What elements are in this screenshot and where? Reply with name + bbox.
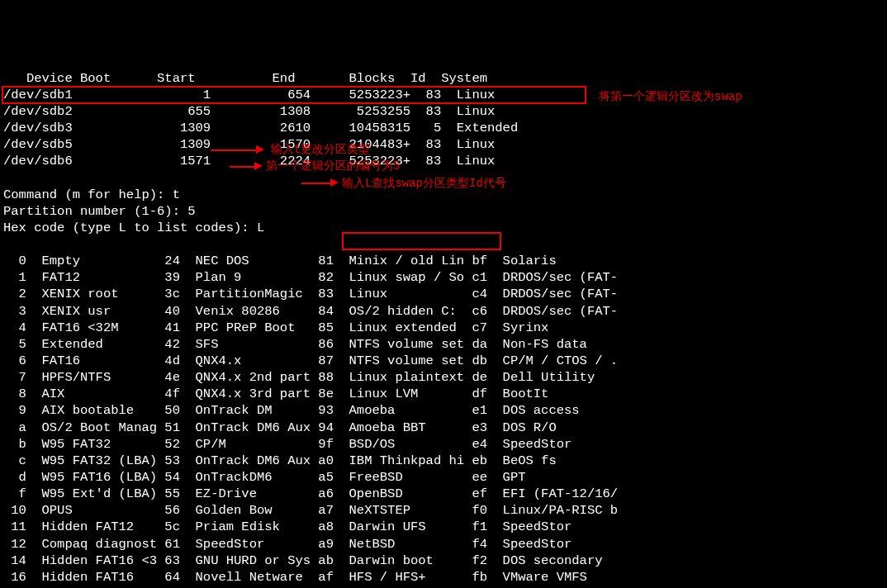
annotation-partition-5: 第一个逻辑分区的编号为5 bbox=[266, 159, 400, 173]
annotation-swap-change: 将第一个逻辑分区改为swap bbox=[599, 89, 742, 104]
terminal-output: Device Boot Start End Blocks Id System /… bbox=[3, 70, 884, 586]
annotation-input-L: 输入L查找swap分区类型Id代号 bbox=[342, 176, 506, 191]
annotation-input-t: 输入t更改分区类型 bbox=[271, 142, 370, 157]
